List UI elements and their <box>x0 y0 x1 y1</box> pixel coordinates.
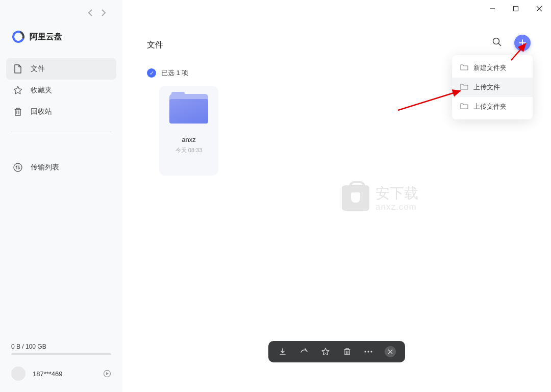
selection-toolbar <box>268 341 405 362</box>
avatar <box>11 366 26 381</box>
toolbar-close-button[interactable] <box>385 346 396 357</box>
svg-point-7 <box>367 351 369 352</box>
folder-icon <box>460 83 468 91</box>
nav-label: 文件 <box>31 64 45 74</box>
nav-label: 收藏夹 <box>31 86 52 95</box>
svg-point-6 <box>364 351 366 352</box>
header-actions <box>492 35 531 51</box>
main-area: 文件 ✓ 已选 1 项 anxz 今天 08:33 安下载 anxz.com 新… <box>122 0 551 392</box>
selection-text: 已选 1 项 <box>161 68 188 78</box>
folder-icon <box>460 64 468 72</box>
nav-trash[interactable]: 回收站 <box>6 101 116 122</box>
folder-icon <box>169 93 208 125</box>
svg-rect-3 <box>514 7 518 11</box>
dropdown-new-folder[interactable]: 新建文件夹 <box>452 58 533 78</box>
download-button[interactable] <box>278 347 288 357</box>
nav-favorites[interactable]: 收藏夹 <box>6 80 116 101</box>
dropdown-label: 新建文件夹 <box>473 63 507 72</box>
nav-list: 文件 收藏夹 回收站 <box>0 58 122 122</box>
page-title: 文件 <box>147 40 163 51</box>
add-dropdown: 新建文件夹 上传文件 上传文件夹 <box>452 55 533 119</box>
storage-text: 0 B / 100 GB <box>11 343 111 350</box>
watermark-en: anxz.com <box>375 202 418 212</box>
close-button[interactable] <box>528 0 551 17</box>
star-icon <box>13 86 22 95</box>
watermark-cn: 安下载 <box>375 184 418 203</box>
dropdown-label: 上传文件 <box>473 83 500 92</box>
add-button[interactable] <box>514 35 531 51</box>
file-icon <box>13 64 22 74</box>
sync-icon[interactable] <box>103 370 111 378</box>
user-row[interactable]: 187***469 <box>0 355 122 392</box>
dropdown-upload-file[interactable]: 上传文件 <box>452 78 533 97</box>
dropdown-upload-folder[interactable]: 上传文件夹 <box>452 97 533 116</box>
svg-line-10 <box>398 91 460 110</box>
search-button[interactable] <box>492 37 504 49</box>
history-nav <box>71 0 122 16</box>
transfer-icon <box>13 163 22 172</box>
minimize-button[interactable] <box>481 0 504 17</box>
folder-name: anxz <box>182 136 195 143</box>
watermark: 安下载 anxz.com <box>342 184 418 212</box>
window-controls <box>481 0 551 17</box>
folder-item[interactable]: anxz 今天 08:33 <box>159 86 218 176</box>
delete-button[interactable] <box>342 347 352 357</box>
app-name: 阿里云盘 <box>30 32 62 42</box>
nav-label: 传输列表 <box>31 163 59 172</box>
nav-label: 回收站 <box>31 107 52 116</box>
svg-point-0 <box>14 163 22 172</box>
separator <box>11 132 111 132</box>
selection-status: ✓ 已选 1 项 <box>147 68 188 78</box>
back-button[interactable] <box>88 9 93 16</box>
svg-line-5 <box>498 43 501 46</box>
dropdown-label: 上传文件夹 <box>473 102 507 111</box>
forward-button[interactable] <box>101 9 106 16</box>
svg-point-8 <box>370 351 372 352</box>
user-name: 187***469 <box>33 370 96 378</box>
maximize-button[interactable] <box>504 0 528 17</box>
storage-info: 0 B / 100 GB <box>0 343 122 355</box>
logo-icon <box>10 29 27 45</box>
nav-transfers[interactable]: 传输列表 <box>6 157 116 178</box>
share-button[interactable] <box>299 347 309 357</box>
app-logo: 阿里云盘 <box>0 16 122 43</box>
favorite-button[interactable] <box>320 347 331 357</box>
check-icon[interactable]: ✓ <box>147 68 156 78</box>
svg-point-4 <box>493 38 499 44</box>
watermark-icon <box>342 185 369 211</box>
nav-files[interactable]: 文件 <box>6 58 116 80</box>
nav-list-2: 传输列表 <box>0 157 122 178</box>
sidebar: 阿里云盘 文件 收藏夹 回收站 传输列表 0 B / 100 GB 187***… <box>0 0 122 392</box>
folder-date: 今天 08:33 <box>176 146 203 154</box>
trash-icon <box>13 107 22 116</box>
more-button[interactable] <box>363 347 373 357</box>
folder-icon <box>460 103 468 111</box>
